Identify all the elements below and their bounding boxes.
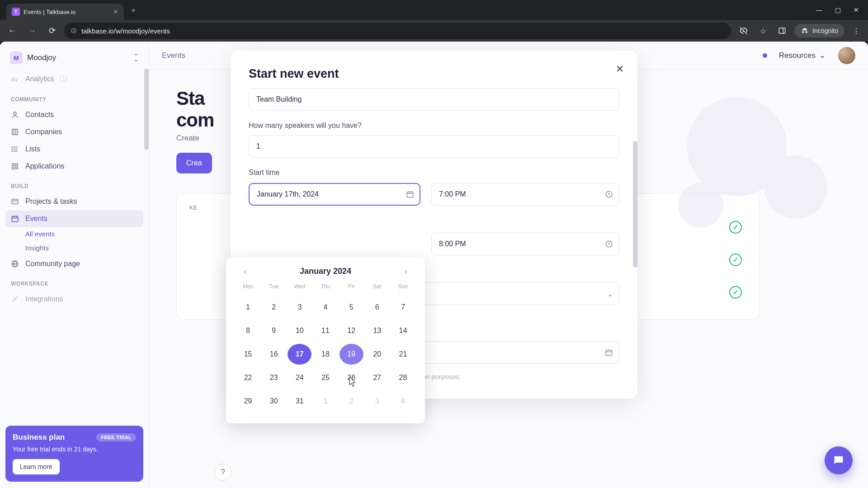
day-cell[interactable]: 18 — [313, 344, 337, 365]
speakers-input[interactable] — [249, 135, 619, 158]
modal-close-button[interactable]: ✕ — [616, 63, 624, 75]
sidebar-item-analytics[interactable]: Analytics ⓘ — [5, 70, 143, 88]
day-cell[interactable]: 20 — [365, 344, 389, 365]
day-cell[interactable]: 22 — [236, 367, 260, 388]
start-time-input[interactable] — [431, 183, 619, 206]
sidebar-item-events[interactable]: Events — [5, 210, 143, 227]
browser-menu-icon[interactable]: ⋮ — [849, 24, 863, 38]
section-workspace: WORKSPACE — [5, 272, 143, 291]
sidebar-item-projects[interactable]: Projects & tasks — [5, 193, 143, 210]
window-close-icon[interactable]: ✕ — [854, 6, 859, 14]
sidebar-sub-all-events[interactable]: All events — [5, 230, 143, 238]
day-cell[interactable]: 14 — [391, 320, 415, 341]
incognito-icon — [801, 27, 809, 35]
user-avatar[interactable] — [838, 47, 855, 64]
dow-label: Thu — [313, 281, 337, 294]
incognito-label: Incognito — [812, 27, 838, 34]
day-cell[interactable]: 26 — [340, 367, 363, 388]
day-cell[interactable]: 28 — [391, 367, 415, 388]
bookmark-icon[interactable]: ☆ — [756, 24, 770, 38]
day-cell[interactable]: 13 — [365, 320, 389, 341]
forward-button[interactable]: → — [24, 23, 40, 38]
event-name-input[interactable] — [249, 88, 619, 111]
speakers-label: How many speakers will you have? — [249, 122, 619, 130]
plan-card: Business plan FREE TRIAL Your free trial… — [5, 426, 143, 482]
browser-toolbar: ← → ⟳ talkbase.io/w/moodjoy/events ☆ Inc… — [0, 20, 868, 42]
day-cell[interactable]: 19 — [340, 344, 363, 365]
day-cell[interactable]: 1 — [236, 297, 260, 318]
day-cell[interactable]: 8 — [236, 320, 260, 341]
day-cell[interactable]: 2 — [262, 297, 286, 318]
day-cell[interactable]: 21 — [391, 344, 415, 365]
calendar-icon[interactable] — [605, 348, 613, 357]
day-cell[interactable]: 11 — [313, 320, 337, 341]
day-cell[interactable]: 27 — [365, 367, 389, 388]
day-cell[interactable]: 16 — [262, 344, 286, 365]
sidebar-item-label: Analytics — [25, 75, 54, 83]
notification-dot-icon[interactable] — [763, 53, 767, 58]
window-maximize-icon[interactable]: ▢ — [835, 6, 841, 14]
day-cell[interactable]: 25 — [313, 367, 337, 388]
day-cell[interactable]: 17 — [288, 344, 311, 365]
back-button[interactable]: ← — [5, 23, 20, 38]
day-cell[interactable]: 6 — [365, 297, 389, 318]
sidebar-item-lists[interactable]: Lists — [5, 141, 143, 158]
day-cell[interactable]: 5 — [340, 297, 363, 318]
help-button[interactable]: ? — [214, 464, 231, 481]
chat-button[interactable] — [825, 446, 853, 474]
day-cell[interactable]: 31 — [288, 391, 311, 412]
window-minimize-icon[interactable]: ― — [816, 6, 822, 14]
next-month-button[interactable]: › — [400, 267, 412, 276]
workspace-name: Moodjoy — [27, 53, 129, 62]
sidebar-item-applications[interactable]: Applications — [5, 158, 143, 175]
day-cell[interactable]: 24 — [288, 367, 311, 388]
sidebar-item-contacts[interactable]: Contacts — [5, 106, 143, 123]
sidebar-scrollbar[interactable] — [144, 69, 149, 159]
modal-scrollbar[interactable] — [633, 141, 637, 267]
prev-month-button[interactable]: ‹ — [239, 267, 251, 276]
day-cell[interactable]: 29 — [236, 391, 260, 412]
end-time-input[interactable] — [431, 233, 619, 255]
calendar-icon[interactable] — [406, 190, 414, 198]
browser-tab[interactable]: T Events | Talkbase.io ✕ — [6, 4, 124, 20]
plan-subtitle: Your free trial ends in 21 days. — [13, 446, 136, 453]
tab-close-icon[interactable]: ✕ — [113, 8, 118, 15]
day-cell[interactable]: 7 — [391, 297, 415, 318]
sidebar-item-companies[interactable]: Companies — [5, 123, 143, 141]
sidebar-item-community-page[interactable]: Community page — [5, 255, 143, 272]
companies-icon — [11, 128, 20, 136]
clock-icon[interactable] — [605, 240, 613, 248]
chevron-down-icon: ⌄ — [607, 290, 613, 298]
incognito-indicator[interactable]: Incognito — [794, 24, 844, 38]
learn-more-button[interactable]: Learn more — [13, 459, 60, 474]
sidebar-item-integrations[interactable]: Integrations — [5, 291, 143, 308]
day-cell[interactable]: 9 — [262, 320, 286, 341]
day-cell[interactable]: 15 — [236, 344, 260, 365]
day-cell[interactable]: 10 — [288, 320, 311, 341]
sidebar-item-label: Integrations — [25, 295, 63, 303]
day-cell[interactable]: 12 — [340, 320, 363, 341]
day-cell[interactable]: 23 — [262, 367, 286, 388]
day-cell[interactable]: 3 — [288, 297, 311, 318]
svg-rect-19 — [12, 199, 18, 204]
clock-icon[interactable] — [605, 190, 613, 198]
workspace-switcher[interactable]: M Moodjoy ⌃⌄ — [5, 48, 143, 68]
breadcrumb[interactable]: Events — [162, 51, 185, 60]
dow-label: Sat — [365, 281, 389, 294]
start-date-input[interactable] — [249, 183, 420, 206]
sidebar-sub-insights[interactable]: Insights — [5, 244, 143, 252]
start-time-label: Start time — [249, 169, 619, 177]
create-event-button[interactable]: Crea — [176, 153, 212, 174]
new-tab-button[interactable]: ＋ — [129, 5, 137, 15]
analytics-icon — [11, 75, 20, 83]
address-bar[interactable]: talkbase.io/w/moodjoy/events — [64, 23, 731, 39]
svg-rect-17 — [12, 167, 14, 169]
resources-menu[interactable]: Resources ⌄ — [779, 51, 826, 60]
sidepanel-icon[interactable] — [774, 24, 790, 38]
hide-extensions-icon[interactable] — [736, 23, 752, 38]
site-info-icon[interactable] — [71, 28, 77, 34]
svg-rect-6 — [12, 129, 18, 135]
day-cell[interactable]: 4 — [313, 297, 337, 318]
day-cell[interactable]: 30 — [262, 391, 286, 412]
reload-button[interactable]: ⟳ — [44, 23, 60, 38]
